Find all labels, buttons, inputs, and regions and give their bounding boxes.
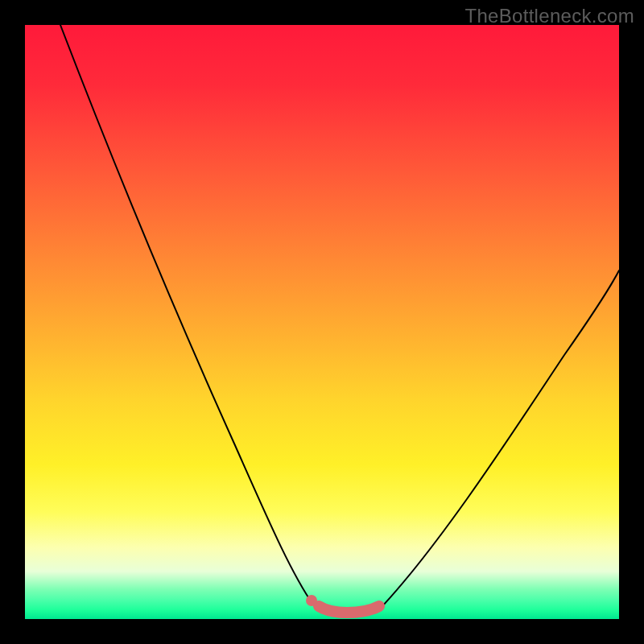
- bottleneck-curve-left: [60, 25, 313, 605]
- optimal-dot: [306, 595, 317, 606]
- outer-frame: TheBottleneck.com: [0, 0, 644, 644]
- curve-layer: [25, 25, 619, 619]
- plot-area: [25, 25, 619, 619]
- optimal-zone: [319, 606, 379, 613]
- watermark-text: TheBottleneck.com: [464, 5, 634, 27]
- bottleneck-curve-right: [382, 270, 619, 606]
